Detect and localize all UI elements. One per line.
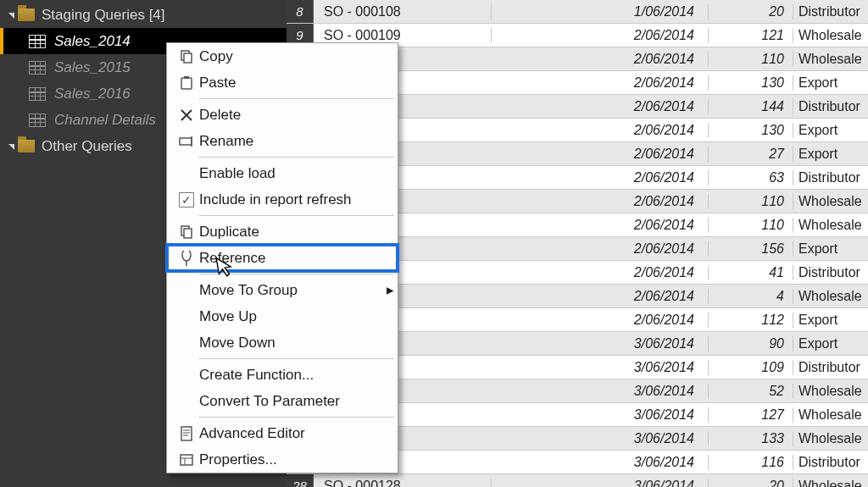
cell-qty: 116 bbox=[709, 455, 793, 470]
query-label: Sales_2016 bbox=[54, 86, 131, 102]
cell-date: 3/06/2014 bbox=[492, 336, 709, 351]
folder-icon bbox=[18, 140, 35, 152]
menu-item-move-down[interactable]: Move Down bbox=[167, 329, 398, 356]
menu-item-label: Reference bbox=[199, 250, 398, 267]
cell-qty: 130 bbox=[709, 75, 793, 91]
menu-item-label: Create Function... bbox=[199, 367, 398, 384]
menu-item-delete[interactable]: Delete bbox=[167, 102, 398, 128]
table-icon bbox=[29, 113, 46, 127]
cell-qty: 110 bbox=[709, 218, 793, 233]
cell-qty: 4 bbox=[709, 289, 793, 304]
menu-item-copy[interactable]: Copy bbox=[167, 43, 398, 69]
cell-channel: Distributor bbox=[793, 455, 868, 470]
cell-channel: Wholesale bbox=[793, 28, 868, 43]
cell-channel: Distributor bbox=[793, 170, 868, 185]
svg-rect-12 bbox=[181, 427, 192, 440]
menu-item-create-function[interactable]: Create Function... bbox=[167, 362, 398, 388]
cell-channel: Export bbox=[793, 336, 868, 351]
folder-label: Staging Queries [4] bbox=[42, 7, 165, 24]
folder-label: Other Queries bbox=[42, 138, 132, 155]
cell-qty: 27 bbox=[709, 147, 793, 162]
delete-icon bbox=[174, 108, 199, 122]
cell-qty: 112 bbox=[709, 313, 793, 328]
menu-item-advanced-editor[interactable]: Advanced Editor bbox=[167, 420, 398, 446]
menu-item-label: Duplicate bbox=[199, 224, 398, 241]
menu-separator bbox=[199, 274, 394, 274]
properties-icon bbox=[174, 452, 199, 468]
cell-channel: Wholesale bbox=[793, 431, 868, 446]
cell-qty: 20 bbox=[709, 4, 793, 19]
menu-item-duplicate[interactable]: Duplicate bbox=[167, 219, 398, 245]
table-row[interactable]: 8SO - 0001081/06/201420Distributor bbox=[287, 0, 868, 24]
cell-so: SO - 000128 bbox=[314, 479, 492, 488]
cell-channel: Distributor bbox=[793, 99, 868, 114]
menu-item-enable-load[interactable]: Enable load bbox=[167, 160, 398, 186]
cell-date: 2/06/2014 bbox=[492, 75, 709, 91]
cell-channel: Distributor bbox=[793, 265, 868, 280]
menu-item-label: Rename bbox=[199, 133, 398, 150]
cell-channel: Wholesale bbox=[793, 384, 868, 399]
checked-icon: ✓ bbox=[174, 192, 199, 208]
cell-date: 3/06/2014 bbox=[492, 479, 709, 488]
table-icon bbox=[29, 87, 46, 101]
cell-qty: 144 bbox=[709, 99, 793, 114]
table-icon bbox=[29, 35, 46, 48]
menu-item-label: Convert To Parameter bbox=[199, 393, 398, 410]
svg-rect-16 bbox=[181, 455, 192, 465]
cell-qty: 90 bbox=[709, 336, 793, 351]
cell-so: SO - 000109 bbox=[314, 28, 492, 43]
cell-date: 2/06/2014 bbox=[492, 241, 709, 257]
submenu-arrow-icon: ▸ bbox=[382, 281, 398, 299]
folder-staging-queries[interactable]: Staging Queries [4] bbox=[0, 2, 287, 28]
svg-rect-3 bbox=[184, 76, 189, 79]
menu-item-paste[interactable]: Paste bbox=[167, 69, 398, 96]
cell-channel: Wholesale bbox=[793, 194, 868, 209]
cell-qty: 20 bbox=[709, 479, 793, 488]
query-label: Sales_2014 bbox=[54, 33, 131, 50]
cell-channel: Distributor bbox=[793, 360, 868, 375]
cell-date: 2/06/2014 bbox=[492, 99, 709, 114]
cell-channel: Export bbox=[793, 313, 868, 328]
menu-item-rename[interactable]: Rename bbox=[167, 128, 398, 154]
menu-item-label: Delete bbox=[199, 107, 398, 124]
menu-item-label: Advanced Editor bbox=[199, 425, 398, 442]
menu-item-move-up[interactable]: Move Up bbox=[167, 303, 398, 329]
svg-rect-1 bbox=[184, 53, 192, 63]
cell-date: 3/06/2014 bbox=[492, 431, 709, 446]
menu-item-label: Move To Group bbox=[199, 282, 382, 299]
cell-qty: 110 bbox=[709, 52, 793, 67]
row-index: 8 bbox=[287, 0, 314, 23]
editor-icon bbox=[174, 426, 199, 441]
cell-qty: 63 bbox=[709, 170, 793, 185]
cell-qty: 127 bbox=[709, 407, 793, 423]
cell-qty: 130 bbox=[709, 123, 793, 138]
menu-item-move-to-group[interactable]: Move To Group▸ bbox=[167, 277, 398, 303]
menu-item-reference[interactable]: Reference bbox=[167, 245, 398, 271]
cell-date: 2/06/2014 bbox=[492, 123, 709, 138]
menu-item-properties[interactable]: Properties... bbox=[167, 446, 398, 473]
cell-qty: 109 bbox=[709, 360, 793, 375]
menu-separator bbox=[199, 417, 394, 418]
menu-item-label: Enable load bbox=[199, 165, 398, 182]
cell-channel: Wholesale bbox=[793, 218, 868, 233]
cell-channel: Wholesale bbox=[793, 52, 868, 67]
menu-item-include-in-report-refresh[interactable]: ✓Include in report refresh bbox=[167, 186, 398, 213]
menu-item-convert-to-parameter[interactable]: Convert To Parameter bbox=[167, 388, 398, 414]
table-row[interactable]: 28SO - 0001283/06/201420Wholesale bbox=[287, 474, 868, 487]
cell-channel: Distributor bbox=[793, 4, 868, 19]
cell-date: 3/06/2014 bbox=[492, 384, 709, 399]
cell-channel: Export bbox=[793, 241, 868, 257]
copy-icon bbox=[174, 49, 199, 64]
svg-point-10 bbox=[182, 251, 191, 261]
query-context-menu: CopyPasteDeleteRenameEnable load✓Include… bbox=[166, 42, 398, 473]
menu-item-label: Paste bbox=[199, 75, 398, 91]
menu-separator bbox=[199, 215, 394, 216]
cell-qty: 121 bbox=[709, 28, 793, 43]
cell-date: 2/06/2014 bbox=[492, 147, 709, 162]
svg-rect-6 bbox=[180, 138, 192, 145]
cell-date: 2/06/2014 bbox=[492, 28, 709, 43]
menu-item-label: Copy bbox=[199, 48, 398, 65]
cell-date: 2/06/2014 bbox=[492, 170, 709, 185]
cell-date: 3/06/2014 bbox=[492, 360, 709, 375]
caret-down-icon bbox=[8, 144, 14, 150]
